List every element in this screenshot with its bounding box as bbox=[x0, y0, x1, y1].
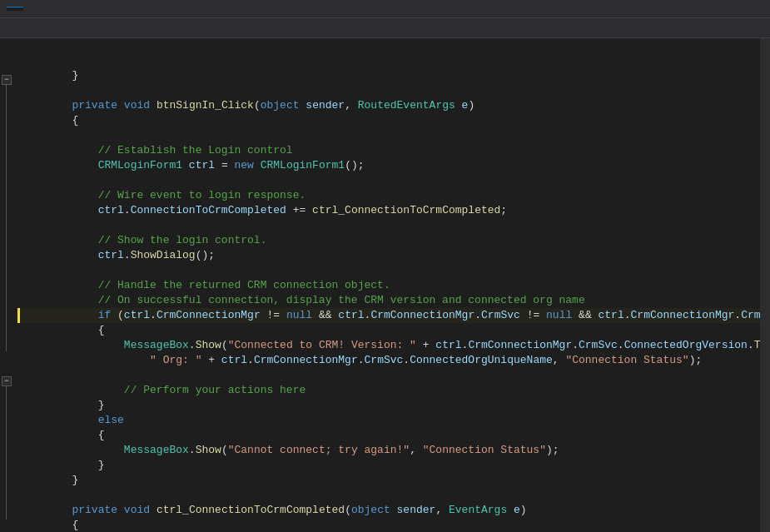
code-line bbox=[17, 488, 760, 503]
code-line: ctrl.ShowDialog(); bbox=[17, 248, 760, 263]
code-line bbox=[17, 128, 760, 143]
title-bar bbox=[0, 0, 770, 18]
code-content[interactable]: } private void btnSignIn_Click(object se… bbox=[13, 38, 760, 532]
code-line: // Handle the returned CRM connection ob… bbox=[17, 278, 760, 293]
code-line: MessageBox.Show("Connected to CRM! Versi… bbox=[17, 338, 760, 353]
code-line: CRMLoginForm1 ctrl = new CRMLoginForm1()… bbox=[17, 158, 760, 173]
code-line: { bbox=[17, 428, 760, 443]
collapse-line-2 bbox=[6, 386, 7, 520]
collapse-icon-2[interactable]: − bbox=[2, 376, 12, 386]
code-line: if (ctrl.CrmConnectionMgr != null && ctr… bbox=[17, 308, 760, 323]
code-line: { bbox=[17, 518, 760, 532]
code-line: } bbox=[17, 68, 760, 83]
code-line: // On successful connection, display the… bbox=[17, 293, 760, 308]
code-line bbox=[17, 218, 760, 233]
code-line: private void btnSignIn_Click(object send… bbox=[17, 98, 760, 113]
code-line: } bbox=[17, 458, 760, 473]
code-line bbox=[17, 83, 760, 98]
code-line: private void ctrl_ConnectionToCrmComplet… bbox=[17, 503, 760, 518]
collapse-gutter: − − bbox=[0, 38, 13, 532]
tab-label[interactable] bbox=[7, 7, 23, 11]
code-line bbox=[17, 368, 760, 383]
code-line: // Perform your actions here bbox=[17, 383, 760, 398]
code-line bbox=[17, 173, 760, 188]
collapse-icon-1[interactable]: − bbox=[2, 75, 12, 85]
code-line: { bbox=[17, 113, 760, 128]
code-line: // Establish the Login control bbox=[17, 143, 760, 158]
code-line: " Org: " + ctrl.CrmConnectionMgr.CrmSvc.… bbox=[17, 353, 760, 368]
collapse-line-1 bbox=[6, 85, 7, 351]
code-line: } bbox=[17, 398, 760, 413]
scrollbar-v[interactable] bbox=[760, 38, 770, 532]
code-line: { bbox=[17, 323, 760, 338]
nav-bar bbox=[0, 18, 770, 38]
code-line: else bbox=[17, 413, 760, 428]
code-line: // Show the login control. bbox=[17, 233, 760, 248]
code-line: ctrl.ConnectionToCrmCompleted += ctrl_Co… bbox=[17, 203, 760, 218]
code-area: − − } private void btnSignIn_Click(objec… bbox=[0, 38, 770, 532]
code-line: MessageBox.Show("Cannot connect; try aga… bbox=[17, 443, 760, 458]
code-line bbox=[17, 263, 760, 278]
code-line: // Wire event to login response. bbox=[17, 188, 760, 203]
code-line: } bbox=[17, 473, 760, 488]
